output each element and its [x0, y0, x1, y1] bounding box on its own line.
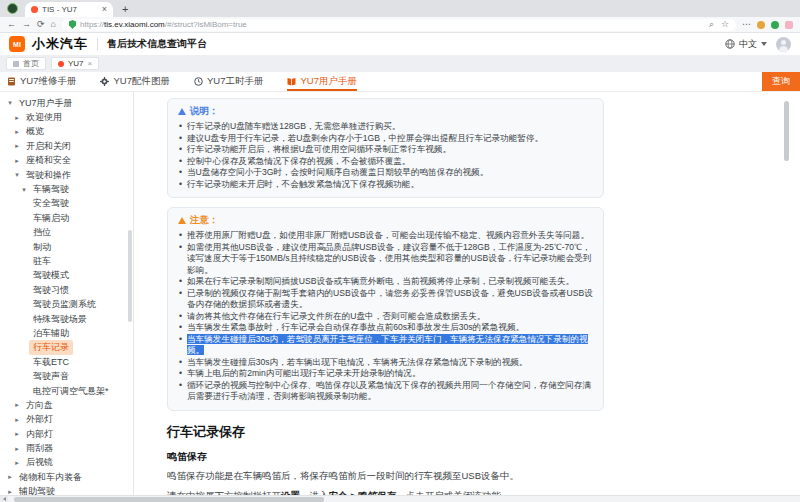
- chevron-right-icon[interactable]: ▸: [13, 416, 21, 424]
- home-icon[interactable]: ⌂: [51, 20, 56, 29]
- sidebar-item-欢迎使用[interactable]: ▸欢迎使用: [0, 110, 133, 124]
- sidebar-item-label: 外部灯: [22, 412, 57, 427]
- sidebar-item-挡位[interactable]: 挡位: [0, 226, 133, 240]
- sidebar-item-label: 开启和关闭: [22, 139, 75, 154]
- sidebar-item-储物和车内装备[interactable]: ▸储物和车内装备: [0, 470, 133, 484]
- browser-tab[interactable]: TIS - YU7 ×: [25, 2, 113, 17]
- search-button[interactable]: 查询: [762, 72, 800, 91]
- close-icon[interactable]: ×: [88, 60, 93, 68]
- chevron-down-icon[interactable]: [761, 42, 767, 46]
- more-options-icon[interactable]: ⋯: [742, 20, 751, 29]
- sidebar-item-label: 驾驶员监测系统: [29, 297, 100, 312]
- new-tab-button[interactable]: +: [122, 4, 128, 15]
- sidebar-item-label: 后视镜: [22, 455, 57, 470]
- sidebar-item-驾驶和操作[interactable]: ▾驾驶和操作: [0, 168, 133, 182]
- chevron-right-icon[interactable]: ▸: [13, 445, 21, 453]
- sidebar-item-车辆驾驶[interactable]: ▾车辆驾驶: [0, 182, 133, 196]
- extension-icon[interactable]: [785, 21, 793, 29]
- sidebar-item-安全驾驶[interactable]: 安全驾驶: [0, 197, 133, 211]
- sidebar-item-特殊驾驶场景[interactable]: 特殊驾驶场景: [0, 312, 133, 326]
- chevron-right-icon[interactable]: ▸: [13, 157, 21, 165]
- sidebar-item-制动[interactable]: 制动: [0, 240, 133, 254]
- sidebar-item-方向盘[interactable]: ▸方向盘: [0, 398, 133, 412]
- callout-bullet: 如需使用其他USB设备，建议使用高品质品牌USB设备，建议容量不低于128GB，…: [178, 242, 593, 277]
- sidebar-item-YU7用户手册[interactable]: ▾YU7用户手册: [0, 96, 133, 110]
- sidebar-item-后视镜[interactable]: ▸后视镜: [0, 456, 133, 470]
- sidebar-item-车辆启动[interactable]: 车辆启动: [0, 211, 133, 225]
- manual-tab-YU7工时手册[interactable]: YU7工时手册: [194, 72, 263, 91]
- sidebar-item-驾驶声音[interactable]: 驾驶声音: [0, 369, 133, 383]
- chevron-right-icon[interactable]: ▸: [13, 401, 21, 409]
- url-input[interactable]: https://tis.ev.xiaomi.com/#/struct?isMiB…: [62, 19, 736, 31]
- zoom-icon[interactable]: ⌕: [709, 20, 714, 29]
- sidebar-scrollbar[interactable]: [128, 230, 132, 322]
- bookmark-star-icon[interactable]: ☆: [721, 20, 729, 29]
- bullet-text: 行车记录功能开启后，将根据U盘可使用空间循环录制正常行车视频。: [187, 144, 451, 154]
- tab-dot-icon: [58, 61, 64, 67]
- shield-extension-icon[interactable]: [69, 20, 76, 29]
- manual-tab-label: YU7配件图册: [113, 75, 169, 88]
- chevron-right-icon[interactable]: ▸: [13, 114, 21, 122]
- bullet-text: 控制中心保存及紧急情况下保存的视频，不会被循环覆盖。: [187, 156, 410, 166]
- horizontal-scroll-thumb[interactable]: [14, 497, 324, 502]
- browser-profile-icon[interactable]: [7, 3, 18, 14]
- caution-list: 推荐使用原厂附赠U盘，如使用非原厂附赠USB设备，可能会出现传输不稳定、视频内容…: [178, 230, 593, 403]
- sidebar-item-驾驶员监测系统[interactable]: 驾驶员监测系统: [0, 297, 133, 311]
- page-tab-YU7[interactable]: YU7×: [51, 57, 99, 70]
- extension-icon[interactable]: [771, 21, 779, 29]
- manual-tab-YU7配件图册[interactable]: YU7配件图册: [100, 72, 169, 91]
- sidebar-item-电控可调空气悬架*[interactable]: 电控可调空气悬架*: [0, 384, 133, 398]
- language-selector[interactable]: 中文: [739, 38, 757, 51]
- sidebar-item-驻车[interactable]: 驻车: [0, 254, 133, 268]
- chevron-down-icon[interactable]: ▾: [6, 99, 14, 107]
- sidebar-item-驾驶模式[interactable]: 驾驶模式: [0, 269, 133, 283]
- sidebar-item-内部灯[interactable]: ▸内部灯: [0, 427, 133, 441]
- sidebar-item-label: 车载ETC: [29, 355, 73, 370]
- callout-bullet: 建议U盘专用于行车记录，若U盘剩余内存小于1GB，中控屏会弹出提醒且行车记录功能…: [178, 133, 593, 145]
- chevron-right-icon[interactable]: ▸: [13, 142, 21, 150]
- sidebar-item-驾驶习惯[interactable]: 驾驶习惯: [0, 283, 133, 297]
- bullet-text: 如需使用其他USB设备，建议使用高品质品牌USB设备，建议容量不低于128GB，…: [187, 242, 591, 275]
- user-avatar[interactable]: [776, 37, 791, 52]
- tab-close-icon[interactable]: ×: [102, 5, 107, 14]
- callout-bullet: 推荐使用原厂附赠U盘，如使用非原厂附赠USB设备，可能会出现传输不稳定、视频内容…: [178, 230, 593, 242]
- sidebar-item-车载ETC[interactable]: 车载ETC: [0, 355, 133, 369]
- paragraph-settings-path: 请在中控屏下方控制栏打开设置，进入安全 > 鸣笛保存，点击开启或关闭该功能。: [167, 490, 637, 496]
- chevron-right-icon[interactable]: ▸: [13, 430, 21, 438]
- sidebar-tree: ▾YU7用户手册▸欢迎使用▸概览▸开启和关闭▸座椅和安全▾驾驶和操作▾车辆驾驶安…: [0, 92, 134, 495]
- content-scrollbar[interactable]: [784, 101, 789, 161]
- horizontal-scrollbar[interactable]: [0, 495, 800, 502]
- manual-tab-YU7维修手册[interactable]: YU7维修手册: [7, 72, 76, 91]
- chevron-right-icon[interactable]: ▸: [13, 459, 21, 467]
- sidebar-item-label: 行车记录: [29, 340, 73, 355]
- callout-bullet: 当车辆发生碰撞后30s内，若车辆出现下电情况，车辆将无法保存紧急情况下录制的视频…: [178, 357, 593, 369]
- manual-tab-YU7用户手册[interactable]: YU7用户手册: [287, 72, 356, 91]
- chevron-down-icon[interactable]: ▾: [13, 171, 21, 179]
- page-tab-首页[interactable]: 首页: [6, 57, 46, 70]
- url-text: https://tis.ev.xiaomi.com/#/struct?isMiB…: [80, 20, 247, 29]
- extension-icon[interactable]: [757, 21, 765, 29]
- sidebar-item-雨刮器[interactable]: ▸雨刮器: [0, 441, 133, 455]
- browser-tab-strip: TIS - YU7 × +: [0, 0, 800, 17]
- sidebar-item-开启和关闭[interactable]: ▸开启和关闭: [0, 139, 133, 153]
- sidebar-item-泊车辅助[interactable]: 泊车辅助: [0, 326, 133, 340]
- chevron-right-icon[interactable]: ▸: [6, 488, 14, 495]
- callout-bullet: 车辆上电后的前2min内可能出现行车记录未开始录制的情况。: [178, 368, 593, 380]
- chevron-right-icon[interactable]: ▸: [6, 473, 14, 481]
- back-icon[interactable]: ←: [7, 20, 16, 29]
- chevron-down-icon[interactable]: ▾: [20, 186, 28, 194]
- highlighted-text: 当车辆发生碰撞后30s内，若驾驶员离开主驾座位，下车并关闭车门，车辆将无法保存紧…: [187, 334, 588, 356]
- sidebar-item-辅助驾驶[interactable]: ▸辅助驾驶: [0, 485, 133, 495]
- reload-icon[interactable]: ⟳: [37, 20, 45, 29]
- sidebar-item-座椅和安全[interactable]: ▸座椅和安全: [0, 154, 133, 168]
- sidebar-item-概览[interactable]: ▸概览: [0, 125, 133, 139]
- caution-callout: 注意： 推荐使用原厂附赠U盘，如使用非原厂附赠USB设备，可能会出现传输不稳定、…: [167, 207, 604, 411]
- scroll-left-arrow-icon[interactable]: [0, 496, 8, 502]
- sidebar-item-外部灯[interactable]: ▸外部灯: [0, 413, 133, 427]
- sidebar-item-行车记录[interactable]: 行车记录: [0, 341, 133, 355]
- callout-bullet: 控制中心保存及紧急情况下保存的视频，不会被循环覆盖。: [178, 156, 593, 168]
- bullet-text: 循环记录的视频与控制中心保存、鸣笛保存以及紧急情况下保存的视频共用同一个存储空间…: [187, 380, 591, 402]
- forward-icon[interactable]: →: [22, 20, 31, 29]
- chevron-right-icon[interactable]: ▸: [13, 128, 21, 136]
- sidebar-item-label: 辅助驾驶: [15, 484, 59, 495]
